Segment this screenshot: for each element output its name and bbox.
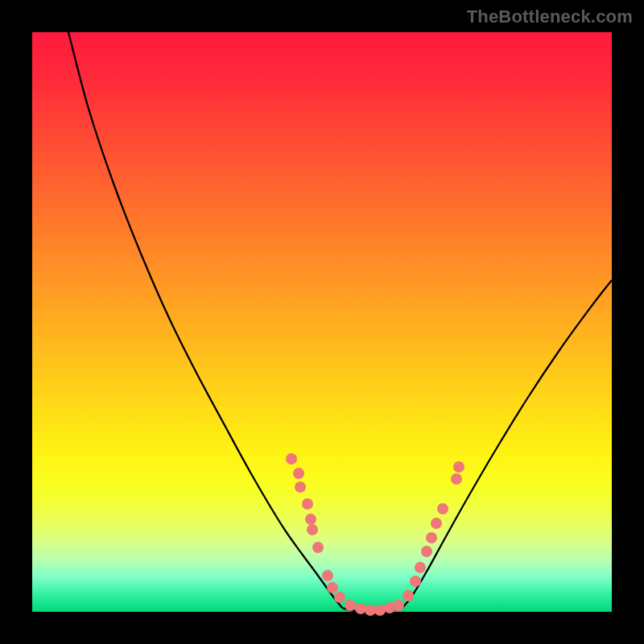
data-point: [327, 582, 338, 593]
plot-area: [32, 32, 612, 612]
chart-svg: [32, 32, 612, 612]
data-point: [426, 532, 437, 543]
data-point: [374, 605, 386, 616]
data-point: [402, 590, 414, 601]
data-point: [451, 473, 462, 485]
data-point: [345, 600, 356, 611]
data-point: [312, 542, 324, 553]
data-point: [295, 481, 306, 493]
data-point: [305, 514, 316, 525]
data-point: [322, 570, 333, 581]
data-point: [431, 518, 442, 529]
data-point: [453, 461, 464, 473]
chart-container: TheBottleneck.com: [0, 0, 644, 644]
data-point: [393, 600, 404, 611]
data-point: [293, 468, 304, 479]
curve-left: [68, 32, 342, 608]
data-point: [365, 605, 376, 616]
data-point: [286, 453, 297, 464]
data-point: [437, 503, 448, 514]
curve-right: [402, 280, 612, 608]
watermark-text: TheBottleneck.com: [467, 6, 633, 27]
data-points: [286, 453, 464, 616]
data-point: [334, 592, 345, 603]
data-point: [421, 546, 432, 557]
data-point: [355, 603, 366, 614]
data-point: [415, 562, 426, 573]
data-point: [410, 576, 421, 587]
data-point: [307, 524, 318, 535]
data-point: [302, 498, 313, 510]
